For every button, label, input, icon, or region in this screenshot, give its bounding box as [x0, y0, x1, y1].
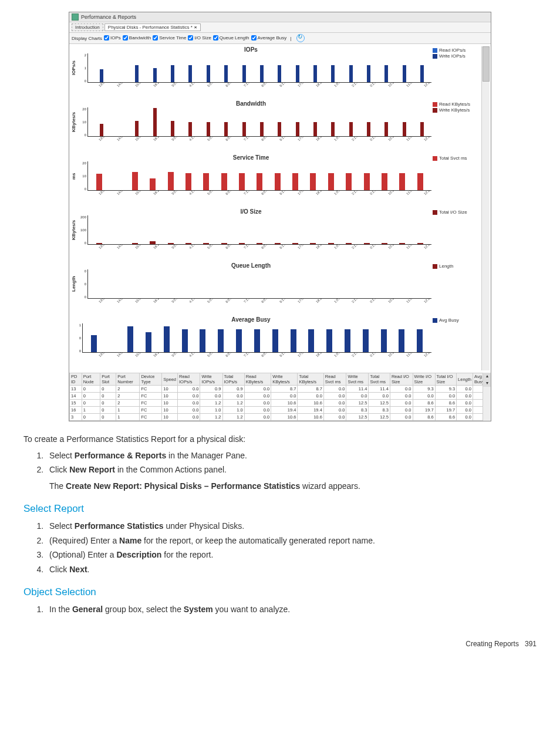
bar — [150, 241, 156, 244]
bar — [310, 173, 316, 190]
col-header[interactable]: Speed — [162, 373, 178, 386]
bar — [382, 173, 387, 190]
bar — [188, 122, 192, 137]
outer-scrollbar[interactable] — [481, 46, 490, 370]
chart-plot — [87, 53, 431, 83]
bar — [171, 121, 174, 136]
col-header[interactable]: Write I/O Size — [413, 373, 435, 386]
col-header[interactable]: Port Slot — [100, 373, 116, 386]
col-header[interactable]: PD ID — [70, 373, 82, 386]
bar — [381, 329, 387, 352]
bar — [96, 174, 102, 190]
bar — [224, 65, 228, 82]
col-header[interactable]: Total Svct ms — [369, 373, 390, 386]
col-header[interactable]: Device Type — [140, 373, 162, 386]
toolbar: Display Charts IOPs Bandwidth Service Ti… — [69, 33, 491, 44]
bar — [236, 329, 242, 352]
table-scrollbar[interactable]: ▴ ▾ — [483, 373, 491, 421]
col-header[interactable]: Port Number — [116, 373, 140, 386]
bar — [135, 65, 139, 82]
bar — [384, 122, 388, 137]
table-row[interactable]: 14002FC100.00.00.00.00.00.00.00.00.00.00… — [70, 393, 491, 400]
bar — [296, 65, 299, 82]
refresh-icon[interactable] — [296, 34, 305, 42]
window-title: Performance & Reports — [81, 14, 136, 20]
checkbox-service-time[interactable]: Service Time — [153, 35, 186, 40]
bar — [168, 172, 174, 190]
chart-plot — [87, 269, 431, 299]
col-header[interactable]: Port Node — [82, 373, 100, 386]
tabs-row: Introduction Physical Disks - Performanc… — [69, 22, 491, 33]
bar — [257, 173, 262, 190]
bar — [308, 329, 314, 352]
col-header[interactable]: Length — [457, 373, 473, 386]
legend-item: Total Svct ms — [433, 156, 480, 161]
checkbox-bandwidth[interactable]: Bandwidth — [123, 35, 151, 40]
bar — [346, 243, 352, 244]
col-header[interactable]: Read Svct ms — [323, 373, 346, 386]
checkbox-i-o-size[interactable]: I/O Size — [188, 35, 211, 40]
intro-text: To create a Performance Statistics Repor… — [23, 433, 537, 446]
col-header[interactable]: Read I/O Size — [390, 373, 413, 386]
close-icon[interactable]: × — [194, 25, 197, 30]
step-1: Select Performance & Reports in the Mana… — [46, 450, 537, 463]
checkbox-average-busy[interactable]: Average Busy — [251, 35, 287, 40]
col-header[interactable]: Read KBytes/s — [244, 373, 271, 386]
bar — [146, 332, 151, 352]
bar — [420, 122, 424, 137]
bar — [292, 243, 298, 244]
table-row[interactable]: 13002FC100.00.90.90.08.78.70.011.411.40.… — [70, 386, 491, 393]
chart-plot — [87, 161, 431, 191]
col-header[interactable]: Total I/O Size — [435, 373, 457, 386]
tab-physical-disks-perf[interactable]: Physical Disks - Performance Statistics … — [104, 23, 201, 31]
chart-average-busy: Average Busy10013:0:0:2:...14:0:0:2:...1… — [70, 316, 481, 369]
legend-item: Write KBytes/s — [433, 107, 480, 113]
bar — [384, 65, 388, 82]
col-header[interactable]: Write KBytes/s — [271, 373, 298, 386]
col-header[interactable]: Write Svct ms — [346, 373, 369, 386]
bar — [100, 124, 103, 136]
col-header[interactable]: Write IOPs/s — [200, 373, 222, 386]
bar — [310, 243, 316, 244]
chart-plot — [87, 107, 431, 137]
checkbox-iops[interactable]: IOPs — [104, 35, 121, 40]
bar — [91, 335, 97, 352]
bar — [168, 243, 174, 244]
bar — [296, 122, 299, 137]
table-row[interactable]: 3001FC100.01.21.20.010.610.60.012.512.50… — [70, 414, 491, 421]
bar — [188, 65, 192, 82]
col-header[interactable]: Read IOPs/s — [177, 373, 200, 386]
legend-item: Read IOPs/s — [433, 48, 480, 53]
checkbox-queue-length[interactable]: Queue Length — [213, 35, 249, 40]
chart-legend: Avg Busy — [431, 316, 481, 325]
bar — [257, 243, 262, 244]
bar — [275, 173, 281, 190]
table-row[interactable]: 15002FC100.01.21.20.010.610.60.012.512.5… — [70, 400, 491, 407]
chart-plot — [87, 215, 431, 245]
y-axis-label: Length — [70, 269, 77, 299]
bar — [185, 243, 191, 244]
bar — [182, 329, 188, 352]
chart-title: Bandwidth — [70, 100, 431, 107]
legend-item: Write IOPs/s — [433, 53, 480, 59]
col-header[interactable]: Total KBytes/s — [298, 373, 323, 386]
separator: | — [290, 36, 291, 41]
bar — [403, 122, 406, 137]
scroll-up-icon[interactable]: ▴ — [483, 373, 491, 380]
bar — [346, 173, 352, 190]
data-table-wrap: PD IDPort NodePort SlotPort NumberDevice… — [69, 373, 491, 421]
bar — [100, 69, 103, 82]
col-header[interactable]: Total IOPs/s — [222, 373, 244, 386]
step-2: Click New Report in the Common Actions p… — [46, 464, 537, 492]
scroll-down-icon[interactable]: ▾ — [483, 380, 491, 387]
chart-iops: IOPsIOPs/s21013:0:0:2:...14:0:0:2:...15:… — [70, 46, 481, 99]
table-row[interactable]: 16101FC100.01.01.00.019.419.40.08.38.30.… — [70, 407, 491, 414]
legend-item: Read KBytes/s — [433, 102, 480, 107]
tab-introduction[interactable]: Introduction — [72, 23, 103, 31]
bar — [127, 326, 133, 352]
title-bar: Performance & Reports — [69, 12, 491, 22]
chart-legend: Total I/O Size — [431, 208, 481, 217]
chart-legend: Read IOPs/sWrite IOPs/s — [431, 46, 481, 60]
bar — [239, 243, 245, 244]
bar — [364, 243, 370, 244]
